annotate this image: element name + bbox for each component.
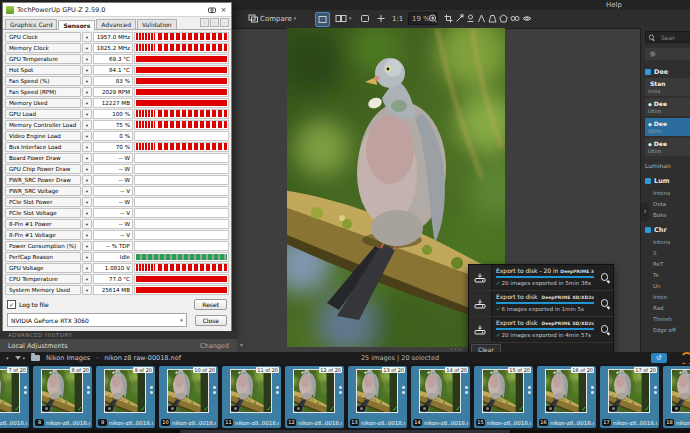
filmstrip-tile[interactable]: 14 of 20 ✓ ····· 14 nikon-z8..0018.nef <box>411 366 470 428</box>
denoise-option[interactable]: Stan Insta <box>645 78 690 96</box>
view-split-button[interactable]: ▾ <box>335 12 352 25</box>
setting-label[interactable]: Inten <box>645 294 690 300</box>
star-rating[interactable]: ····· <box>285 412 344 417</box>
chevron-down-icon[interactable]: ▾ <box>82 54 92 64</box>
compare-button[interactable]: Compare ▾ <box>248 12 296 25</box>
tab-sensors[interactable]: Sensors <box>58 20 95 30</box>
setting-label[interactable]: Rad <box>645 305 690 311</box>
star-rating[interactable]: ····· <box>33 412 92 417</box>
view-single-button[interactable] <box>315 12 330 27</box>
advanced-history-header[interactable]: ADVANCED HISTORY <box>0 331 237 339</box>
filmstrip-tile[interactable]: 9 of 20 ✓ ····· 9 nikon-z8..0018.nef <box>96 366 155 428</box>
chevron-down-icon[interactable]: ▾ <box>82 65 92 75</box>
reset-button[interactable]: Reset <box>194 299 227 310</box>
tab-validation[interactable]: Validation <box>137 19 177 29</box>
checkbox-checked-icon[interactable] <box>645 69 651 75</box>
star-rating[interactable]: ····· <box>348 412 407 417</box>
chevron-down-icon[interactable]: ▾ <box>82 153 92 163</box>
gpuz-mini-button[interactable]: · <box>210 18 219 27</box>
tab-graphics-card[interactable]: Graphics Card <box>5 19 57 29</box>
chevron-down-icon[interactable]: ▾ <box>82 43 92 53</box>
chevron-down-icon[interactable]: ▾ <box>82 164 92 174</box>
chevron-down-icon[interactable]: ▾ <box>23 356 26 361</box>
keystone-tool-button[interactable] <box>488 12 497 25</box>
mask-tool-button[interactable] <box>499 12 508 25</box>
gpuz-title-bar[interactable]: TechPowerUp GPU-Z 2.59.0 × <box>3 3 231 17</box>
chevron-down-icon[interactable]: ▾ <box>82 285 92 295</box>
chevron-down-icon[interactable]: ▾ <box>349 16 352 21</box>
chevron-down-icon[interactable]: ▾ <box>82 175 92 185</box>
chevron-down-icon[interactable]: ▾ <box>240 341 243 348</box>
setting-label[interactable]: Thresh <box>645 316 690 322</box>
camera-icon[interactable] <box>207 5 216 14</box>
view-exported-button[interactable] <box>597 265 613 290</box>
chevron-down-icon[interactable]: ▾ <box>82 230 92 240</box>
chevron-down-icon[interactable]: ▾ <box>82 197 92 207</box>
setting-label[interactable]: Edge off <box>645 327 690 333</box>
chevron-down-icon[interactable]: ▾ <box>82 98 92 108</box>
search-input[interactable]: Sear <box>645 31 690 43</box>
filmstrip-tile[interactable]: 12 of 20 ✓ ····· 12 nikon-z8..0018.nef <box>285 366 344 428</box>
filmstrip-tile[interactable]: 13 of 20 ✓ ····· 13 nikon-z8..0018.nef <box>348 366 407 428</box>
breadcrumb-file[interactable]: nikon z8 raw-00018.nef <box>104 354 181 362</box>
denoise-option[interactable]: ◆ Dee Ultim <box>645 98 690 116</box>
slider-label[interactable]: Intens <box>645 239 690 245</box>
filmstrip-tile[interactable]: 15 of 20 ✓ ····· 15 nikon-z8..0018.nef <box>474 366 533 428</box>
setting-label[interactable]: Te <box>645 272 690 278</box>
chevron-down-icon[interactable]: ▾ <box>82 87 92 97</box>
gpuz-mini-button[interactable]: · <box>200 18 209 27</box>
star-rating[interactable]: ····· <box>411 412 470 417</box>
breadcrumb-folder[interactable]: Nikon Images <box>46 354 90 362</box>
chevron-down-icon[interactable]: ▾ <box>82 76 92 86</box>
slider-label[interactable]: Intens <box>645 190 690 196</box>
menu-help[interactable]: Help <box>606 0 622 10</box>
star-rating[interactable]: ····· <box>474 412 533 417</box>
star-rating[interactable]: ····· <box>663 412 690 417</box>
loupe-button[interactable] <box>428 12 438 25</box>
filmstrip-tile[interactable]: 11 of 20 ✓ ····· 11 nikon-z8..0018.nef <box>222 366 281 428</box>
light-tab-button[interactable]: ☼ <box>645 48 690 60</box>
chevron-down-icon[interactable]: ▾ <box>82 142 92 152</box>
star-rating[interactable]: ····· <box>600 412 659 417</box>
chevron-down-icon[interactable]: ▾ <box>82 241 92 251</box>
pan-tool-button[interactable] <box>376 12 386 25</box>
star-rating[interactable]: ····· <box>159 412 218 417</box>
slider-label[interactable]: S <box>645 250 690 256</box>
chevron-down-icon[interactable]: ▾ <box>82 109 92 119</box>
panel-collapse-chevron[interactable]: › <box>641 203 649 221</box>
chevron-down-icon[interactable]: ▾ <box>82 120 92 130</box>
one-to-one-button[interactable]: 1:1 <box>392 12 403 25</box>
checkbox-checked-icon[interactable] <box>645 178 651 184</box>
star-rating[interactable]: ····· <box>537 412 596 417</box>
log-to-file-checkbox[interactable]: ✓ <box>7 300 16 309</box>
chevron-down-icon[interactable]: ▾ <box>82 252 92 262</box>
chevron-down-icon[interactable]: ▾ <box>82 263 92 273</box>
filmstrip-tile[interactable]: 8 of 20 ✓ ····· 8 nikon-z8..0018.nef <box>33 366 92 428</box>
retouch-tool-button[interactable] <box>466 12 475 25</box>
chevron-down-icon[interactable]: ▾ <box>82 274 92 284</box>
circle-arrow-button[interactable]: ↺ <box>651 353 667 363</box>
filmstrip-tile[interactable]: 7 of 20 ✓ ····· 7 nikon-z8..0018.nef <box>0 366 29 428</box>
filmstrip-tile[interactable]: 18 of 20 ✓ ····· 18 nikon-z8..0018.nef <box>663 366 690 428</box>
setting-label[interactable]: ReT <box>645 261 690 267</box>
close-icon[interactable]: × <box>219 5 228 14</box>
crop-tool-button[interactable] <box>444 12 453 25</box>
chevron-down-icon[interactable]: ▾ <box>294 16 297 21</box>
chevron-down-icon[interactable]: ▾ <box>82 186 92 196</box>
chevron-down-icon[interactable]: ▾ <box>82 131 92 141</box>
filmstrip-tile[interactable]: 17 of 20 ✓ ····· 17 nikon-z8..0018.nef <box>600 366 659 428</box>
chevron-down-icon[interactable]: ▾ <box>82 32 92 42</box>
slider-label[interactable]: Deta <box>645 201 690 207</box>
filmstrip-tile[interactable]: 16 of 20 ✓ ····· 16 nikon-z8..0018.nef <box>537 366 596 428</box>
view-exported-button[interactable] <box>597 291 613 316</box>
chevron-down-icon[interactable]: ▾ <box>82 208 92 218</box>
checkbox-checked-icon[interactable] <box>645 227 651 233</box>
chevron-down-icon[interactable]: ▾ <box>82 219 92 229</box>
close-button[interactable]: Close <box>195 315 227 326</box>
chevron-down-icon[interactable]: ▾ <box>6 356 9 361</box>
denoise-option[interactable]: ◆ Dee Ultim <box>645 138 690 156</box>
gpuz-mini-button[interactable]: · <box>220 18 229 27</box>
show-mask-button[interactable] <box>522 12 532 25</box>
horizon-tool-button[interactable] <box>455 12 464 25</box>
link-tool-button[interactable] <box>510 12 520 25</box>
